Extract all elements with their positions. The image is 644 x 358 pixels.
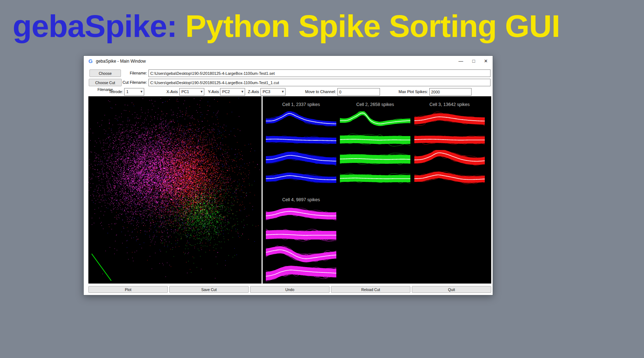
waveform-plot-cell3-ch4[interactable] xyxy=(414,169,485,187)
app-window: G gebaSpike - Main Window — □ ✕ Choose F… xyxy=(83,55,493,295)
quit-button[interactable]: Quit xyxy=(412,286,491,293)
cut-filename-label: Cut Filename: xyxy=(122,79,147,86)
reload-cut-button[interactable]: Reload Cut xyxy=(331,286,410,293)
waveform-plot-cell3-ch1[interactable] xyxy=(414,111,485,129)
cut-filename-input[interactable] xyxy=(148,79,491,86)
waveform-plot-cell4-ch1[interactable] xyxy=(266,207,336,224)
waveform-plot-cell3-ch2[interactable] xyxy=(414,131,485,149)
move-to-channel-input[interactable] xyxy=(337,88,380,96)
undo-button[interactable]: Undo xyxy=(250,286,330,293)
chevron-down-icon: ▼ xyxy=(200,88,203,95)
waveform-plot-cell1-ch3[interactable] xyxy=(266,150,336,168)
minimize-button[interactable]: — xyxy=(455,56,467,67)
close-button[interactable]: ✕ xyxy=(480,56,492,67)
waveform-plot-cell4-ch3[interactable] xyxy=(266,245,336,263)
tetrode-value: 1 xyxy=(126,88,128,95)
waveform-plot-cell1-ch2[interactable] xyxy=(266,131,336,149)
pca-scatter-plot[interactable] xyxy=(88,96,262,284)
max-plot-spikes-input[interactable] xyxy=(429,88,472,96)
chevron-down-icon: ▼ xyxy=(140,88,143,95)
waveform-plot-cell4-ch4[interactable] xyxy=(266,265,336,282)
tetrode-label: Tetrode: xyxy=(103,88,123,96)
cell-title-2: Cell 2, 2658 spikes xyxy=(340,101,410,108)
filename-label: Filename: xyxy=(121,69,147,77)
cell-title-3: Cell 3, 13642 spikes xyxy=(414,101,485,108)
save-cut-button[interactable]: Save Cut xyxy=(169,286,249,293)
waveform-plot-cell4-ch2[interactable] xyxy=(266,226,336,244)
maximize-button[interactable]: □ xyxy=(468,56,480,67)
page-title-subtitle: Python Spike Sorting GUI xyxy=(177,8,560,44)
waveform-plot-cell2-ch2[interactable] xyxy=(340,131,410,149)
plot-button[interactable]: Plot xyxy=(88,286,168,293)
y-axis-value: PC2 xyxy=(222,88,230,95)
page-title: gebaSpike: Python Spike Sorting GUI xyxy=(0,8,572,44)
page-title-app: gebaSpike: xyxy=(13,8,177,44)
waveform-plot-cell2-ch1[interactable] xyxy=(340,111,410,129)
tetrode-select[interactable]: 1 ▼ xyxy=(124,88,144,96)
x-axis-label: X-Axis xyxy=(164,88,178,96)
choose-filename-button[interactable]: Choose Filename xyxy=(89,69,121,77)
choose-cut-filename-button[interactable]: Choose Cut Filename xyxy=(89,79,122,86)
max-plot-spikes-label: Max Plot Spikes: xyxy=(399,88,428,96)
z-axis-value: PC3 xyxy=(263,88,270,95)
y-axis-label: Y-Axis xyxy=(205,88,219,96)
filename-input[interactable] xyxy=(148,69,491,77)
window-title: gebaSpike - Main Window xyxy=(96,59,146,64)
cell-title-1: Cell 1, 2337 spikes xyxy=(266,101,336,108)
window-titlebar[interactable]: G gebaSpike - Main Window — □ ✕ xyxy=(84,56,493,67)
move-to-channel-label: Move to Channel: xyxy=(305,88,336,96)
chevron-down-icon: ▼ xyxy=(241,88,244,95)
z-axis-label: Z-Axis xyxy=(245,88,259,96)
cell-title-4: Cell 4, 9897 spikes xyxy=(266,197,336,203)
waveform-plot-cell1-ch1[interactable] xyxy=(266,111,336,129)
z-axis-select[interactable]: PC3 ▼ xyxy=(260,88,286,96)
x-axis-select[interactable]: PC1 ▼ xyxy=(179,88,204,96)
plot-region: Cell 1, 2337 spikesCell 2, 2658 spikesCe… xyxy=(88,96,491,284)
waveform-panel: Cell 1, 2337 spikesCell 2, 2658 spikesCe… xyxy=(263,96,491,284)
waveform-plot-cell3-ch3[interactable] xyxy=(414,150,485,168)
waveform-plot-cell2-ch3[interactable] xyxy=(340,150,410,168)
x-axis-value: PC1 xyxy=(181,88,189,95)
footer-button-row: Plot Save Cut Undo Reload Cut Quit xyxy=(88,286,491,293)
y-axis-select[interactable]: PC2 ▼ xyxy=(220,88,245,96)
waveform-plot-cell1-ch4[interactable] xyxy=(266,169,336,187)
scatter-plot-container xyxy=(88,96,262,284)
chevron-down-icon: ▼ xyxy=(281,88,284,95)
app-icon: G xyxy=(87,58,94,64)
waveform-plot-cell2-ch4[interactable] xyxy=(340,169,410,187)
